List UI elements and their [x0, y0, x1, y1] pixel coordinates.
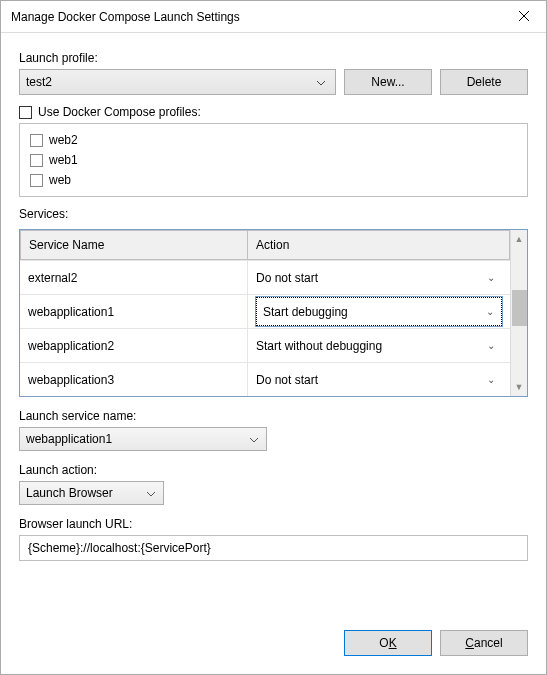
profile-checkbox[interactable]: [30, 134, 43, 147]
profile-name: web2: [49, 133, 78, 147]
launch-action-label: Launch action:: [19, 463, 528, 477]
use-profiles-checkbox[interactable]: [19, 106, 32, 119]
new-button[interactable]: New...: [344, 69, 432, 95]
service-action-cell: Start without debugging⌄: [248, 329, 510, 362]
launch-service-label: Launch service name:: [19, 409, 528, 423]
ok-button[interactable]: OK: [344, 630, 432, 656]
browser-url-value: {Scheme}://localhost:{ServicePort}: [28, 541, 211, 555]
service-name-cell[interactable]: webapplication1: [20, 295, 248, 328]
services-table: Service Name Action external2Do not star…: [19, 229, 528, 397]
service-action-value: Start debugging: [263, 305, 348, 319]
service-name-cell[interactable]: external2: [20, 261, 248, 294]
service-name-cell[interactable]: webapplication2: [20, 329, 248, 362]
launch-profile-label: Launch profile:: [19, 51, 528, 65]
table-row: webapplication1Start debugging⌄: [20, 294, 510, 328]
chevron-down-icon: ⌄: [484, 340, 498, 351]
service-action-cell: Do not start⌄: [248, 261, 510, 294]
service-action-value: Do not start: [256, 271, 318, 285]
launch-action-value: Launch Browser: [26, 486, 143, 500]
close-icon: [519, 10, 529, 24]
chevron-down-icon: [313, 75, 329, 89]
services-header-action[interactable]: Action: [248, 230, 510, 260]
window-title: Manage Docker Compose Launch Settings: [11, 10, 240, 24]
table-row: webapplication3Do not start⌄: [20, 362, 510, 396]
delete-button[interactable]: Delete: [440, 69, 528, 95]
launch-service-value: webapplication1: [26, 432, 246, 446]
service-action-dropdown[interactable]: Do not start⌄: [256, 261, 502, 294]
services-scrollbar[interactable]: ▲ ▼: [510, 230, 527, 396]
services-header-name[interactable]: Service Name: [20, 230, 248, 260]
launch-service-dropdown[interactable]: webapplication1: [19, 427, 267, 451]
profile-name: web1: [49, 153, 78, 167]
table-row: webapplication2Start without debugging⌄: [20, 328, 510, 362]
chevron-down-icon: ⌄: [483, 306, 497, 317]
scroll-up-icon[interactable]: ▲: [515, 234, 524, 244]
close-button[interactable]: [501, 1, 546, 33]
browser-url-label: Browser launch URL:: [19, 517, 528, 531]
compose-profile-item[interactable]: web1: [30, 150, 517, 170]
service-action-dropdown[interactable]: Start debugging⌄: [256, 297, 502, 326]
launch-action-dropdown[interactable]: Launch Browser: [19, 481, 164, 505]
table-row: external2Do not start⌄: [20, 260, 510, 294]
chevron-down-icon: [246, 434, 262, 445]
service-action-value: Do not start: [256, 373, 318, 387]
launch-profile-dropdown[interactable]: test2: [19, 69, 336, 95]
launch-profile-value: test2: [26, 75, 313, 89]
browser-url-input[interactable]: {Scheme}://localhost:{ServicePort}: [19, 535, 528, 561]
chevron-down-icon: ⌄: [484, 272, 498, 283]
profile-name: web: [49, 173, 71, 187]
chevron-down-icon: ⌄: [484, 374, 498, 385]
service-name-cell[interactable]: webapplication3: [20, 363, 248, 396]
services-label: Services:: [19, 207, 528, 221]
service-action-dropdown[interactable]: Start without debugging⌄: [256, 329, 502, 362]
cancel-button[interactable]: Cancel: [440, 630, 528, 656]
profile-checkbox[interactable]: [30, 174, 43, 187]
scroll-down-icon[interactable]: ▼: [515, 382, 524, 392]
compose-profile-item[interactable]: web: [30, 170, 517, 190]
compose-profiles-list: web2web1web: [19, 123, 528, 197]
compose-profile-item[interactable]: web2: [30, 130, 517, 150]
use-profiles-label: Use Docker Compose profiles:: [38, 105, 201, 119]
scroll-thumb[interactable]: [512, 290, 527, 326]
chevron-down-icon: [143, 488, 159, 499]
service-action-cell: Start debugging⌄: [248, 295, 510, 328]
service-action-cell: Do not start⌄: [248, 363, 510, 396]
service-action-value: Start without debugging: [256, 339, 382, 353]
service-action-dropdown[interactable]: Do not start⌄: [256, 363, 502, 396]
profile-checkbox[interactable]: [30, 154, 43, 167]
